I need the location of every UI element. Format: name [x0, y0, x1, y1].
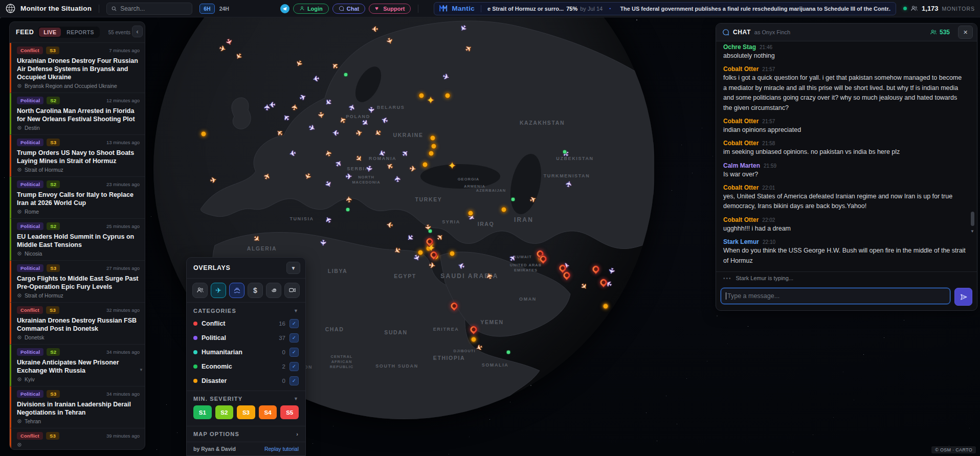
feed-event-card[interactable]: Conflict S3 7 minutes ago Ukrainian Dron… [10, 43, 145, 93]
plane-marker[interactable]: ✈ [323, 179, 333, 189]
tab-reports[interactable]: REPORTS [62, 28, 99, 37]
plane-marker[interactable]: ✈ [405, 233, 415, 243]
explosion-burst-marker[interactable]: ✦ [427, 94, 435, 106]
category-checkbox[interactable]: ✓ [289, 333, 299, 343]
conflict-pin-marker[interactable] [468, 324, 479, 335]
event-dot-marker[interactable] [201, 131, 207, 138]
cyclone-overlay-button[interactable] [266, 283, 281, 298]
plane-marker[interactable]: ✈ [290, 103, 299, 111]
plane-marker[interactable]: ✈ [281, 112, 292, 122]
economic-dot-marker[interactable] [563, 150, 567, 154]
event-dot-marker[interactable] [449, 250, 456, 257]
event-title[interactable]: Cargo Flights to Middle East Surge Past … [17, 275, 140, 291]
plane-marker[interactable]: ✈ [225, 38, 234, 47]
plane-marker[interactable]: ✈ [298, 93, 307, 102]
plane-marker[interactable]: ✈ [312, 74, 320, 83]
plane-marker[interactable]: ✈ [307, 123, 317, 132]
markets-overlay-button[interactable]: $ [248, 283, 263, 298]
category-checkbox[interactable]: ✓ [289, 348, 299, 357]
explosion-burst-marker[interactable]: ✦ [448, 159, 457, 172]
severity-section-header[interactable]: MIN. SEVERITY ▼ [193, 394, 299, 404]
chat-username[interactable]: Cobalt Otter [723, 118, 759, 125]
feed-event-card[interactable]: Political S2 34 minutes ago Ukraine Anti… [10, 345, 145, 386]
plane-marker[interactable]: ✈ [381, 116, 389, 125]
feed-event-card[interactable]: Political S3 13 minutes ago Trump Orders… [10, 135, 145, 177]
feed-event-card[interactable]: Political S2 12 minutes ago North Caroli… [10, 93, 145, 135]
event-dot-marker[interactable] [418, 93, 425, 99]
feed-scroll-down-arrow[interactable]: ▼ [139, 368, 143, 372]
plane-marker[interactable]: ✈ [355, 128, 363, 138]
feed-event-card[interactable]: Conflict S3 39 minutes ago [10, 428, 145, 449]
explosion-burst-marker[interactable]: ✦ [427, 242, 436, 254]
plane-marker[interactable]: ✈ [345, 172, 352, 180]
plane-marker[interactable]: ✈ [263, 104, 271, 110]
ticker-item[interactable]: e Strait of Hormuz or surro... 75% by Ju… [487, 6, 603, 12]
support-button[interactable]: ♥ Support [369, 4, 411, 14]
plane-marker[interactable]: ✈ [365, 165, 373, 173]
map-options-row[interactable]: MAP OPTIONS › [187, 426, 305, 442]
economic-dot-marker[interactable] [428, 229, 433, 234]
plane-marker[interactable]: ✈ [262, 172, 272, 181]
plane-marker[interactable]: ✈ [360, 118, 370, 128]
event-dot-marker[interactable] [471, 336, 477, 343]
plane-marker[interactable]: ✈ [564, 180, 573, 188]
plane-marker[interactable]: ✈ [323, 97, 333, 107]
plane-marker[interactable]: ✈ [319, 239, 327, 246]
chat-username[interactable]: Cobalt Otter [723, 216, 759, 223]
economic-dot-marker[interactable] [511, 197, 516, 202]
plane-marker[interactable]: ✈ [400, 148, 410, 158]
plane-marker[interactable]: ✈ [435, 232, 444, 242]
plane-marker[interactable]: ✈ [464, 43, 474, 53]
event-title[interactable]: Trump Envoy Calls for Italy to Replace I… [17, 191, 140, 207]
event-dot-marker[interactable] [428, 150, 435, 157]
collapse-feed-button[interactable]: ‹ [132, 26, 143, 37]
severity-level-button[interactable]: S2 [215, 405, 234, 419]
economic-dot-marker[interactable] [346, 208, 350, 212]
severity-level-button[interactable]: S5 [280, 405, 299, 419]
event-title[interactable]: Ukrainian Drones Destroy Four Russian Ai… [17, 57, 140, 81]
plane-marker[interactable]: ✈ [330, 61, 340, 71]
plane-marker[interactable]: ✈ [288, 149, 297, 157]
chat-username[interactable]: Cobalt Otter [723, 140, 759, 147]
time-range-24h-button[interactable]: 24H [219, 6, 229, 12]
plane-marker[interactable]: ✈ [458, 24, 469, 33]
login-button[interactable]: Login [293, 4, 329, 14]
event-dot-marker[interactable] [417, 249, 424, 256]
plane-marker[interactable]: ✈ [367, 106, 375, 113]
event-dot-marker[interactable] [603, 303, 609, 310]
feed-event-card[interactable]: Political S3 27 minutes ago Cargo Flight… [10, 261, 145, 303]
event-dot-marker[interactable] [431, 143, 437, 150]
chat-username[interactable]: Ochre Stag [723, 43, 756, 51]
chat-scroll-down-arrow[interactable]: ▼ [970, 229, 974, 234]
plane-marker[interactable]: ✈ [332, 129, 339, 137]
plane-marker[interactable]: ✈ [393, 245, 403, 255]
plane-marker[interactable]: ✈ [393, 175, 402, 183]
plane-marker[interactable]: ✈ [385, 37, 394, 45]
plane-marker[interactable]: ✈ [371, 25, 378, 33]
plane-marker[interactable]: ✈ [252, 234, 261, 244]
plane-marker[interactable]: ✈ [409, 165, 417, 173]
tab-live[interactable]: LIVE [39, 28, 61, 37]
send-message-button[interactable] [954, 288, 972, 306]
plane-marker[interactable]: ✈ [317, 111, 326, 119]
replay-tutorial-link[interactable]: Replay tutorial [264, 446, 299, 452]
event-title[interactable]: Divisions in Iranian Leadership Derail N… [17, 400, 140, 417]
flights-overlay-button[interactable]: ✈ [211, 283, 226, 298]
plane-marker[interactable]: ✈ [275, 128, 284, 138]
categories-section-header[interactable]: CATEGORIES ▼ [193, 306, 299, 316]
event-title[interactable]: EU Leaders Hold Summit in Cyprus on Midd… [17, 233, 140, 249]
plane-marker[interactable]: ✈ [442, 72, 451, 81]
event-dot-marker[interactable] [501, 207, 507, 213]
plane-marker[interactable]: ✈ [457, 261, 466, 270]
chat-scrollbar-thumb[interactable] [971, 212, 974, 226]
severity-level-button[interactable]: S3 [237, 405, 255, 419]
plane-marker[interactable]: ✈ [354, 153, 364, 163]
conflict-pin-marker[interactable] [449, 301, 459, 311]
event-title[interactable]: Ukraine Anticipates New Prisoner Exchang… [17, 358, 140, 375]
plane-marker[interactable]: ✈ [209, 175, 217, 184]
plane-marker[interactable]: ✈ [377, 149, 387, 158]
event-dot-marker[interactable] [467, 210, 474, 217]
economic-dot-marker[interactable] [344, 73, 348, 77]
chat-username[interactable]: Cobalt Otter [723, 184, 759, 191]
event-title[interactable]: Ukrainian Drones Destroy Russian FSB Com… [17, 316, 140, 333]
